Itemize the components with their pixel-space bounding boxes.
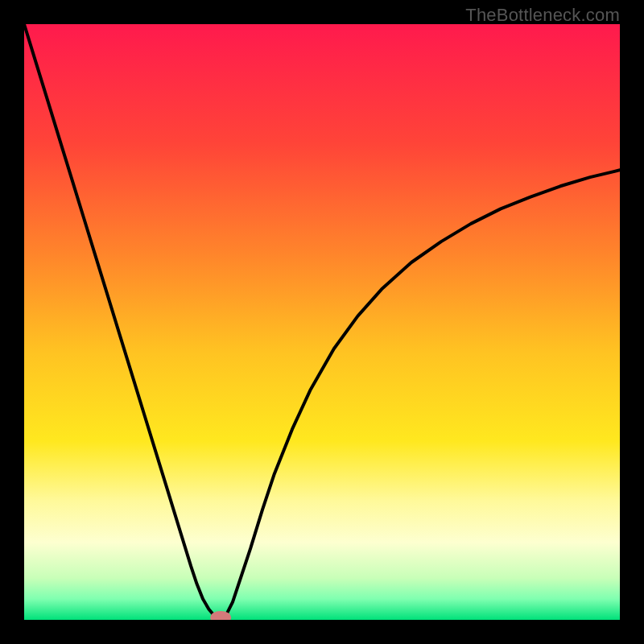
bottleneck-chart bbox=[24, 24, 620, 620]
chart-background bbox=[24, 24, 620, 620]
watermark-text: TheBottleneck.com bbox=[465, 5, 620, 26]
chart-frame bbox=[24, 24, 620, 620]
